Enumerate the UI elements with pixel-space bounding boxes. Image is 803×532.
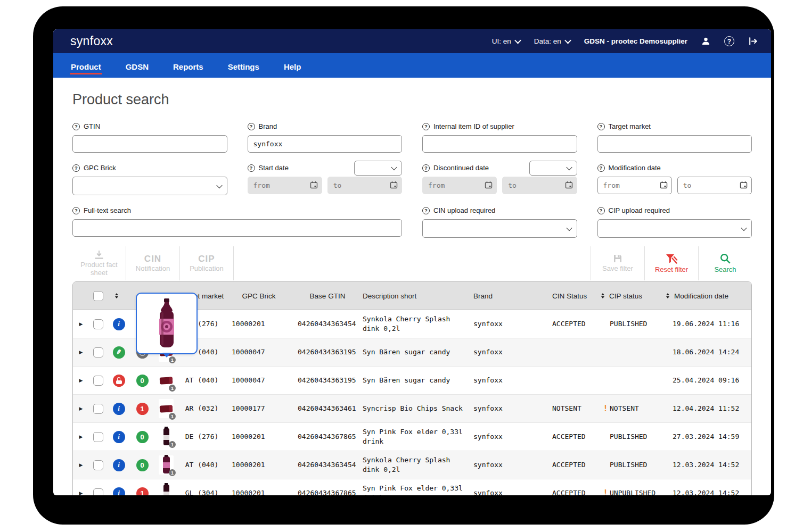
table-row[interactable]: 0 1 AT (040) 10000047 04260434363195 Syn… <box>73 367 751 395</box>
tab-settings[interactable]: Settings <box>228 62 259 78</box>
save-icon <box>613 254 622 263</box>
cell-description: Synkola Cherry Splash dink 0,2l <box>363 314 469 333</box>
gpc-brick-label: GPC Brick <box>84 164 116 172</box>
product-thumbnail[interactable]: 1 <box>159 484 174 495</box>
expand-row-icon[interactable] <box>79 350 83 355</box>
info-icon[interactable]: i <box>113 487 125 496</box>
chevron-down-icon <box>566 225 572 230</box>
table-row[interactable]: i 0 1 AT (040) 10000201 04260434363454 S… <box>73 451 751 479</box>
modification-date-to-input[interactable] <box>677 177 752 194</box>
publication-count-badge[interactable]: 1 <box>136 403 149 415</box>
ui-language-selector[interactable]: UI: en <box>492 37 520 45</box>
row-checkbox[interactable] <box>93 432 103 442</box>
results-toolbar: Product fact sheet CIN Notification CIP … <box>72 246 752 280</box>
cell-cip-status: UNPUBLISHED <box>601 488 666 495</box>
internal-item-id-field: Internal item ID of supplier <box>422 120 577 153</box>
info-icon[interactable]: i <box>113 318 125 330</box>
product-thumbnail[interactable]: 1 <box>159 455 174 475</box>
target-market-input[interactable] <box>597 135 752 153</box>
help-icon[interactable] <box>422 123 430 130</box>
table-row[interactable]: i 0 1 DE (276) 10000201 04260434367865 S… <box>73 423 751 451</box>
cell-target-market: AR (032) <box>178 404 225 413</box>
row-checkbox[interactable] <box>93 404 103 414</box>
logout-button[interactable] <box>748 37 757 46</box>
account-label: GDSN - prootec Demosupplier <box>584 37 687 45</box>
lock-icon[interactable] <box>113 375 125 387</box>
help-button[interactable] <box>724 36 734 46</box>
publication-count-badge[interactable]: 1 <box>136 487 149 496</box>
cell-cip-status: PUBLISHED <box>601 319 666 329</box>
expand-row-icon[interactable] <box>79 378 83 383</box>
info-icon[interactable]: i <box>113 431 125 443</box>
gtin-input[interactable] <box>72 135 227 153</box>
modification-date-from-input[interactable] <box>597 177 672 194</box>
publication-count-badge[interactable]: 0 <box>136 431 149 443</box>
discontinued-date-range-select[interactable] <box>529 161 577 176</box>
help-icon[interactable] <box>597 123 605 130</box>
tab-help[interactable]: Help <box>284 62 301 78</box>
row-checkbox[interactable] <box>93 376 103 386</box>
sort-icon[interactable] <box>601 293 604 298</box>
start-date-range-select[interactable] <box>354 161 402 176</box>
column-header-cip-status[interactable]: CIP status <box>601 292 666 300</box>
pencil-icon[interactable]: ✎ <box>113 346 125 359</box>
help-icon[interactable] <box>597 164 605 172</box>
help-icon[interactable] <box>72 123 80 130</box>
help-icon[interactable] <box>248 164 255 172</box>
row-checkbox[interactable] <box>93 460 103 470</box>
cip-upload-label: CIP upload required <box>609 206 670 214</box>
expand-row-icon[interactable] <box>79 321 83 327</box>
save-filter-button[interactable]: Save filter <box>591 246 644 280</box>
help-icon[interactable] <box>422 164 430 172</box>
help-icon[interactable] <box>72 207 80 214</box>
info-icon[interactable]: i <box>113 459 125 471</box>
column-header-cin-status[interactable]: CIN Status <box>549 292 601 300</box>
help-icon[interactable] <box>422 207 430 214</box>
data-language-selector[interactable]: Data: en <box>534 37 570 45</box>
gpc-brick-select[interactable] <box>72 177 227 195</box>
table-row[interactable]: i 1 1 AR (032) 10000177 04260434363461 S… <box>73 395 751 423</box>
row-checkbox[interactable] <box>93 347 103 358</box>
expand-row-icon[interactable] <box>79 491 83 495</box>
reset-filter-button[interactable]: Reset filter <box>645 246 698 280</box>
brand-input[interactable] <box>248 135 403 153</box>
expand-row-icon[interactable] <box>79 462 83 468</box>
column-header-base-gtin[interactable]: Base GTIN <box>292 292 363 300</box>
product-thumbnail[interactable]: 1 <box>159 371 174 390</box>
modification-date-label: Modification date <box>609 164 661 172</box>
help-icon[interactable] <box>248 123 255 130</box>
tab-product[interactable]: Product <box>71 62 101 78</box>
expand-row-icon[interactable] <box>79 434 83 439</box>
help-icon[interactable] <box>72 164 80 172</box>
cin-upload-select[interactable] <box>422 219 577 238</box>
tab-gdsn[interactable]: GDSN <box>126 62 149 78</box>
info-icon[interactable]: i <box>113 403 125 415</box>
publication-count-badge[interactable]: 0 <box>136 375 149 387</box>
product-thumbnail[interactable]: 1 <box>159 427 174 446</box>
select-all-checkbox[interactable] <box>93 291 103 301</box>
user-button[interactable] <box>701 37 710 46</box>
column-header-modification-date[interactable]: Modification date <box>666 292 751 300</box>
sort-icon[interactable] <box>115 293 118 298</box>
publication-count-badge[interactable]: 0 <box>136 459 149 471</box>
product-fact-sheet-button[interactable]: Product fact sheet <box>72 246 126 280</box>
cell-modification-date: 27.03.2024 14:59 <box>666 432 751 442</box>
cip-publication-button[interactable]: CIP Publication <box>180 246 233 280</box>
column-header-brand[interactable]: Brand <box>469 292 549 300</box>
help-icon[interactable] <box>597 207 605 214</box>
cin-notification-button[interactable]: CIN Notification <box>126 246 179 280</box>
search-button[interactable]: Search <box>699 246 752 280</box>
product-thumbnail[interactable]: 1 <box>159 399 174 418</box>
column-header-description[interactable]: Description short <box>363 292 469 300</box>
table-row[interactable]: i 1 1 GL (304) 10000201 04260434367865 S… <box>73 479 751 495</box>
sort-icon[interactable] <box>666 293 669 298</box>
row-checkbox[interactable] <box>93 319 103 329</box>
fulltext-input[interactable] <box>72 219 402 237</box>
expand-row-icon[interactable] <box>79 406 83 411</box>
internal-item-id-input[interactable] <box>422 135 577 153</box>
tab-reports[interactable]: Reports <box>173 62 203 78</box>
column-header-gpc-brick[interactable]: GPC Brick <box>225 292 292 300</box>
warning-icon <box>601 488 610 495</box>
row-checkbox[interactable] <box>93 488 103 496</box>
cip-upload-select[interactable] <box>597 219 752 238</box>
